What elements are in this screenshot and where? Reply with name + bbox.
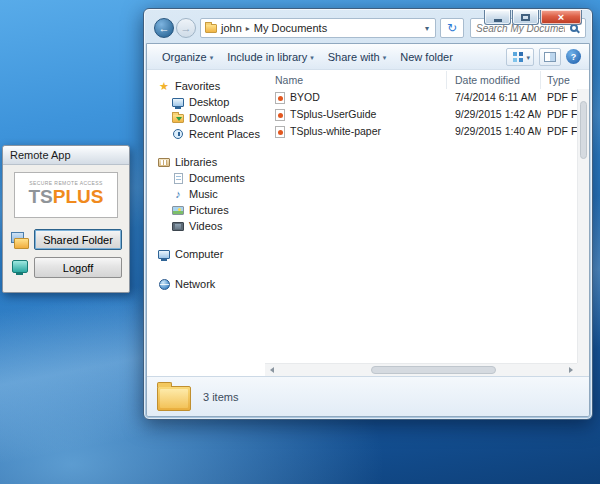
sidebar-item-desktop[interactable]: Desktop <box>147 94 265 110</box>
file-name: TSplus-white-paper <box>290 123 381 140</box>
sidebar-label: Desktop <box>189 96 229 108</box>
explorer-window: × ← → john ▸ My Documents ▾ ↻ Organize▾ … <box>143 8 593 420</box>
sidebar-item-network[interactable]: Network <box>147 276 265 292</box>
caret-icon: ▾ <box>210 54 214 62</box>
videos-icon <box>172 222 184 231</box>
logoff-icon[interactable] <box>10 259 30 277</box>
file-date-modified: 7/4/2014 6:11 AM <box>447 89 541 106</box>
items-count: 3 items <box>203 391 238 403</box>
address-history-dropdown-icon[interactable]: ▾ <box>423 24 431 33</box>
shared-folder-row: Shared Folder <box>10 229 122 250</box>
column-header-type[interactable]: Type <box>541 71 589 89</box>
logoff-row: Logoff <box>10 257 122 278</box>
favorites-star-icon: ★ <box>157 81 171 92</box>
remote-app-titlebar[interactable]: Remote App <box>3 146 129 165</box>
maximize-button[interactable] <box>512 10 539 25</box>
scroll-left-arrow-icon[interactable] <box>265 364 277 376</box>
tsplus-logo: SECURE REMOTE ACCESS TSPLUS <box>14 172 118 218</box>
breadcrumb-segment-john[interactable]: john <box>217 22 246 34</box>
network-icon <box>159 279 170 290</box>
sidebar-item-music[interactable]: ♪Music <box>147 186 265 202</box>
scrollbar-corner <box>577 363 589 376</box>
forward-button[interactable]: → <box>176 18 196 38</box>
address-bar[interactable]: john ▸ My Documents ▾ <box>200 18 436 38</box>
organize-label: Organize <box>162 51 207 63</box>
breadcrumb-folder-icon <box>205 24 217 33</box>
caret-icon: ▾ <box>383 54 387 62</box>
sidebar-label: Computer <box>175 248 223 260</box>
shared-folder-button[interactable]: Shared Folder <box>34 229 122 250</box>
file-row-tsplus-white-paper[interactable]: TSplus-white-paper 9/29/2015 1:40 AM PDF… <box>265 123 589 140</box>
help-button[interactable]: ? <box>566 49 581 64</box>
share-with-label: Share with <box>328 51 380 63</box>
scroll-right-arrow-icon[interactable] <box>565 364 577 376</box>
recent-places-icon <box>173 129 183 139</box>
refresh-icon: ↻ <box>447 22 457 34</box>
close-icon: × <box>558 11 564 23</box>
desktop-icon <box>172 98 184 107</box>
sidebar-label: Libraries <box>175 156 217 168</box>
sidebar-item-recent-places[interactable]: Recent Places <box>147 126 265 142</box>
organize-button[interactable]: Organize▾ <box>155 47 220 67</box>
remote-app-title: Remote App <box>10 149 71 161</box>
horizontal-scrollbar[interactable] <box>265 363 577 376</box>
sidebar-item-pictures[interactable]: Pictures <box>147 202 265 218</box>
tsplus-logo-plus: PLUS <box>53 186 104 207</box>
column-header-name[interactable]: Name <box>265 71 447 89</box>
horizontal-scroll-thumb[interactable] <box>371 366 496 374</box>
documents-icon <box>174 173 183 184</box>
file-date-modified: 9/29/2015 1:40 AM <box>447 123 541 140</box>
views-icon <box>513 52 517 56</box>
column-header-date-modified[interactable]: Date modified <box>447 71 541 89</box>
file-row-tsplus-userguide[interactable]: TSplus-UserGuide 9/29/2015 1:42 AM PDF F… <box>265 106 589 123</box>
column-headers: Name Date modified Type <box>265 71 589 89</box>
sidebar-label: Music <box>189 188 218 200</box>
file-list-pane: Name Date modified Type BYOD 7/4/2014 6:… <box>265 71 589 376</box>
vertical-scrollbar[interactable] <box>577 89 589 363</box>
forward-icon: → <box>181 23 192 34</box>
pdf-file-icon <box>275 126 285 138</box>
sidebar-label: Documents <box>189 172 245 184</box>
pdf-file-icon <box>275 109 285 121</box>
sidebar-label: Videos <box>189 220 222 232</box>
share-with-button[interactable]: Share with▾ <box>321 47 394 67</box>
caret-icon: ▾ <box>310 54 314 62</box>
shared-folder-icon[interactable] <box>10 231 30 249</box>
search-icon[interactable] <box>570 24 578 32</box>
new-folder-label: New folder <box>400 51 453 63</box>
music-icon: ♪ <box>171 189 185 200</box>
file-row-byod[interactable]: BYOD 7/4/2014 6:11 AM PDF File <box>265 89 589 106</box>
pictures-icon <box>172 206 184 215</box>
sidebar-item-videos[interactable]: Videos <box>147 218 265 234</box>
details-pane: 3 items <box>147 376 589 416</box>
sidebar-item-documents[interactable]: Documents <box>147 170 265 186</box>
sidebar-label: Downloads <box>189 112 243 124</box>
help-icon: ? <box>571 52 577 62</box>
file-name: TSplus-UserGuide <box>290 106 376 123</box>
change-view-button[interactable]: ▾ <box>506 48 534 66</box>
navigation-buttons: ← → <box>154 18 196 38</box>
logoff-button[interactable]: Logoff <box>34 257 122 278</box>
refresh-button[interactable]: ↻ <box>440 18 464 38</box>
preview-pane-button[interactable] <box>539 48 561 66</box>
window-controls: × <box>483 10 582 25</box>
close-button[interactable]: × <box>540 10 582 25</box>
sidebar-item-downloads[interactable]: Downloads <box>147 110 265 126</box>
new-folder-button[interactable]: New folder <box>393 47 460 67</box>
sidebar-item-computer[interactable]: Computer <box>147 246 265 262</box>
tsplus-logo-wordmark: TSPLUS <box>15 186 117 208</box>
sidebar-item-libraries[interactable]: Libraries <box>147 154 265 170</box>
file-name: BYOD <box>290 89 320 106</box>
vertical-scroll-thumb[interactable] <box>580 101 587 159</box>
breadcrumb-segment-my-documents[interactable]: My Documents <box>250 22 331 34</box>
back-icon: ← <box>159 23 170 34</box>
back-button[interactable]: ← <box>154 18 174 38</box>
sidebar-item-favorites[interactable]: ★Favorites <box>147 78 265 94</box>
include-in-library-label: Include in library <box>227 51 307 63</box>
sidebar-label: Network <box>175 278 215 290</box>
pdf-file-icon <box>275 92 285 104</box>
libraries-icon <box>158 158 170 167</box>
minimize-button[interactable] <box>484 10 511 25</box>
include-in-library-button[interactable]: Include in library▾ <box>220 47 321 67</box>
caret-icon: ▾ <box>526 54 530 62</box>
